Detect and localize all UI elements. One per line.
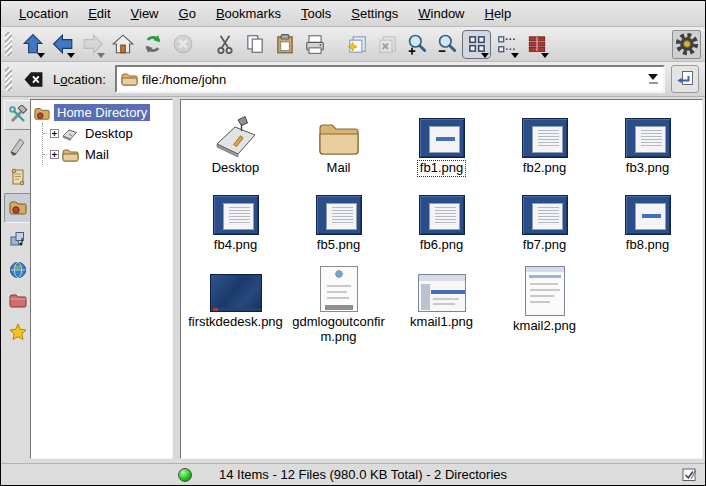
file-name: kmail1.png — [408, 315, 475, 330]
gear-icon — [675, 32, 699, 56]
toolbar-grip[interactable] — [5, 32, 12, 56]
file-item-mail[interactable]: Mail — [289, 108, 389, 176]
desktop-icon — [213, 114, 259, 158]
forward-button[interactable] — [78, 30, 107, 59]
file-name: kmail2.png — [511, 319, 578, 334]
print-button[interactable] — [300, 30, 329, 59]
menu-go[interactable]: Go — [169, 2, 206, 26]
clear-location-button[interactable] — [20, 66, 46, 92]
reload-icon — [142, 33, 164, 55]
close-tab-icon — [376, 33, 398, 55]
file-item-fb3[interactable]: fb3.png — [598, 108, 698, 176]
menu-help[interactable]: Help — [475, 2, 522, 26]
zoom-out-button[interactable] — [432, 30, 461, 59]
location-combobox[interactable] — [115, 65, 665, 93]
copy-button[interactable] — [240, 30, 269, 59]
copy-icon — [244, 33, 266, 55]
file-name: fb5.png — [315, 238, 362, 253]
tree-view-button[interactable] — [492, 30, 521, 59]
zoom-in-button[interactable] — [402, 30, 431, 59]
file-item-kmail2[interactable]: kmail2.png — [495, 262, 595, 345]
tree-item-label: Home Directory — [54, 104, 150, 121]
cut-button[interactable] — [210, 30, 239, 59]
home-folder-icon — [8, 198, 28, 218]
location-toolbar-grip[interactable] — [5, 67, 12, 91]
tree-item-home[interactable]: Home Directory — [33, 102, 172, 123]
png-thumbnail — [418, 274, 466, 312]
stop-icon — [172, 33, 194, 55]
sidebar-tools-button[interactable] — [4, 100, 31, 130]
main-area: Home Directory + Desktop + Mail — [1, 97, 705, 463]
up-button[interactable] — [18, 30, 47, 59]
file-item-desktop[interactable]: Desktop — [186, 108, 286, 176]
location-dropdown-arrow[interactable] — [645, 70, 661, 88]
file-item-fb6[interactable]: fb6.png — [392, 185, 492, 253]
history-scroll-icon — [8, 167, 28, 187]
stop-button[interactable] — [168, 30, 197, 59]
sidebar-root-button[interactable] — [4, 286, 31, 316]
icon-view-button[interactable] — [462, 30, 491, 59]
file-item-fb4[interactable]: fb4.png — [186, 185, 286, 253]
file-name: fb1.png — [418, 161, 465, 176]
sidebar-home-button[interactable] — [4, 193, 31, 223]
menu-edit[interactable]: Edit — [78, 2, 120, 26]
root-folder-icon — [8, 291, 28, 311]
icon-view-icon — [466, 33, 488, 55]
menu-view[interactable]: View — [121, 2, 169, 26]
menu-tools[interactable]: Tools — [291, 2, 341, 26]
tree-item-desktop[interactable]: + Desktop — [43, 123, 172, 144]
expander-icon[interactable]: + — [50, 129, 59, 138]
sidebar-services-button[interactable] — [4, 224, 31, 254]
sidebar-eraser-button[interactable] — [4, 131, 31, 161]
file-item-fb5[interactable]: fb5.png — [289, 185, 389, 253]
zoom-out-icon — [436, 33, 458, 55]
file-grid: Desktop Mail fb1.png fb2.png — [181, 100, 702, 345]
menu-settings[interactable]: Settings — [341, 2, 408, 26]
text-view-button[interactable] — [522, 30, 551, 59]
png-thumbnail — [419, 118, 465, 158]
close-tab-button[interactable] — [372, 30, 401, 59]
file-name: fb2.png — [521, 161, 568, 176]
png-thumbnail — [320, 266, 358, 312]
go-button[interactable] — [671, 65, 699, 93]
file-item-fb7[interactable]: fb7.png — [495, 185, 595, 253]
file-item-kmail1[interactable]: kmail1.png — [392, 262, 492, 345]
sidebar-network-button[interactable] — [4, 255, 31, 285]
png-thumbnail — [625, 195, 671, 235]
statusbar-check-icon — [682, 467, 697, 482]
file-name: fb3.png — [624, 161, 671, 176]
menu-bookmarks[interactable]: Bookmarks — [206, 2, 291, 26]
file-item-firstkdedesk[interactable]: firstkdedesk.png — [186, 262, 286, 345]
home-button[interactable] — [108, 30, 137, 59]
folder-icon — [316, 120, 362, 158]
file-item-gdmlogoutconfirm[interactable]: gdmlogoutconfirm.png — [289, 262, 389, 345]
reload-button[interactable] — [138, 30, 167, 59]
file-item-fb1[interactable]: fb1.png — [392, 108, 492, 176]
tree-item-mail[interactable]: + Mail — [43, 144, 172, 165]
sidebar-history-button[interactable] — [4, 162, 31, 192]
tree-children: + Desktop + Mail — [42, 123, 172, 165]
sidebar-bookmarks-button[interactable] — [4, 317, 31, 347]
file-name: fb8.png — [624, 238, 671, 253]
file-name: fb6.png — [418, 238, 465, 253]
paste-button[interactable] — [270, 30, 299, 59]
png-thumbnail — [525, 266, 565, 316]
print-icon — [304, 33, 326, 55]
folder-icon — [62, 148, 79, 162]
location-toolbar: Location: — [1, 62, 705, 97]
main-toolbar — [1, 27, 705, 62]
png-thumbnail — [316, 195, 362, 235]
back-button[interactable] — [48, 30, 77, 59]
expander-icon[interactable]: + — [50, 150, 59, 159]
panel-splitter[interactable] — [173, 99, 180, 459]
new-tab-button[interactable] — [342, 30, 371, 59]
file-name: fb7.png — [521, 238, 568, 253]
menu-window[interactable]: Window — [408, 2, 474, 26]
location-input[interactable] — [142, 72, 641, 87]
menu-location[interactable]: Location — [9, 2, 78, 26]
file-item-fb8[interactable]: fb8.png — [598, 185, 698, 253]
png-thumbnail — [522, 118, 568, 158]
statusbar-text: 14 Items - 12 Files (980.0 KB Total) - 2… — [219, 467, 507, 482]
forward-arrow-icon — [82, 33, 104, 55]
file-item-fb2[interactable]: fb2.png — [495, 108, 595, 176]
